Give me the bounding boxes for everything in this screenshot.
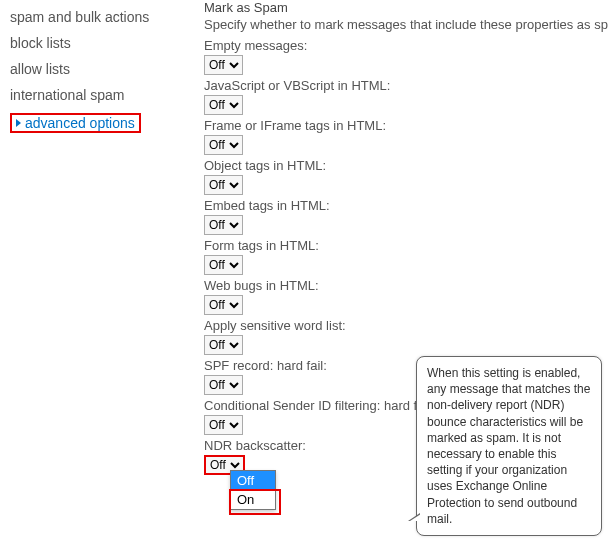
setting-form-tags-in-html: Form tags in HTML:OffOn (204, 238, 608, 275)
tooltip-text: When this setting is enabled, any messag… (427, 366, 590, 526)
setting-select-embed-tags-in-html[interactable]: OffOn (204, 215, 243, 235)
setting-apply-sensitive-word-list: Apply sensitive word list:OffOn (204, 318, 608, 355)
chevron-right-icon (16, 119, 21, 127)
section-description: Specify whether to mark messages that in… (204, 17, 608, 32)
help-tooltip: When this setting is enabled, any messag… (416, 356, 602, 536)
setting-frame-or-iframe-tags-in-html: Frame or IFrame tags in HTML:OffOn (204, 118, 608, 155)
tooltip-tail-icon (408, 513, 420, 521)
setting-label: Embed tags in HTML: (204, 198, 608, 213)
setting-label: Frame or IFrame tags in HTML: (204, 118, 608, 133)
sidebar-item-allow-lists[interactable]: allow lists (10, 56, 200, 82)
setting-javascript-or-vbscript-in-html: JavaScript or VBScript in HTML:OffOn (204, 78, 608, 115)
sidebar-item-label: allow lists (10, 61, 70, 77)
sidebar-item-block-lists[interactable]: block lists (10, 30, 200, 56)
setting-label: Web bugs in HTML: (204, 278, 608, 293)
setting-select-empty-messages[interactable]: OffOn (204, 55, 243, 75)
sidebar-item-label: advanced options (25, 115, 135, 131)
setting-select-form-tags-in-html[interactable]: OffOn (204, 255, 243, 275)
setting-select-object-tags-in-html[interactable]: OffOn (204, 175, 243, 195)
dropdown-option-off[interactable]: Off (231, 471, 275, 490)
setting-label: Object tags in HTML: (204, 158, 608, 173)
setting-embed-tags-in-html: Embed tags in HTML:OffOn (204, 198, 608, 235)
ndr-backscatter-dropdown-panel: Off On (230, 470, 276, 510)
setting-select-apply-sensitive-word-list[interactable]: OffOn (204, 335, 243, 355)
setting-select-javascript-or-vbscript-in-html[interactable]: OffOn (204, 95, 243, 115)
sidebar-item-international-spam[interactable]: international spam (10, 82, 200, 108)
setting-label: Form tags in HTML: (204, 238, 608, 253)
setting-object-tags-in-html: Object tags in HTML:OffOn (204, 158, 608, 195)
section-title: Mark as Spam (204, 0, 608, 15)
setting-label: Empty messages: (204, 38, 608, 53)
sidebar-item-label: block lists (10, 35, 71, 51)
sidebar: spam and bulk actions block lists allow … (0, 0, 200, 542)
setting-label: JavaScript or VBScript in HTML: (204, 78, 608, 93)
setting-label: Apply sensitive word list: (204, 318, 608, 333)
setting-web-bugs-in-html: Web bugs in HTML:OffOn (204, 278, 608, 315)
setting-select-frame-or-iframe-tags-in-html[interactable]: OffOn (204, 135, 243, 155)
dropdown-option-on[interactable]: On (231, 490, 275, 509)
sidebar-item-advanced-options[interactable]: advanced options (10, 108, 200, 138)
setting-select-spf-record-hard-fail[interactable]: OffOn (204, 375, 243, 395)
sidebar-item-spam-bulk[interactable]: spam and bulk actions (10, 4, 200, 30)
setting-select-conditional-sender-id-filtering-hard-fail[interactable]: OffOn (204, 415, 243, 435)
setting-empty-messages: Empty messages:OffOn (204, 38, 608, 75)
sidebar-item-label: international spam (10, 87, 124, 103)
setting-select-web-bugs-in-html[interactable]: OffOn (204, 295, 243, 315)
sidebar-item-label: spam and bulk actions (10, 9, 149, 25)
highlight-annotation: advanced options (10, 113, 141, 133)
